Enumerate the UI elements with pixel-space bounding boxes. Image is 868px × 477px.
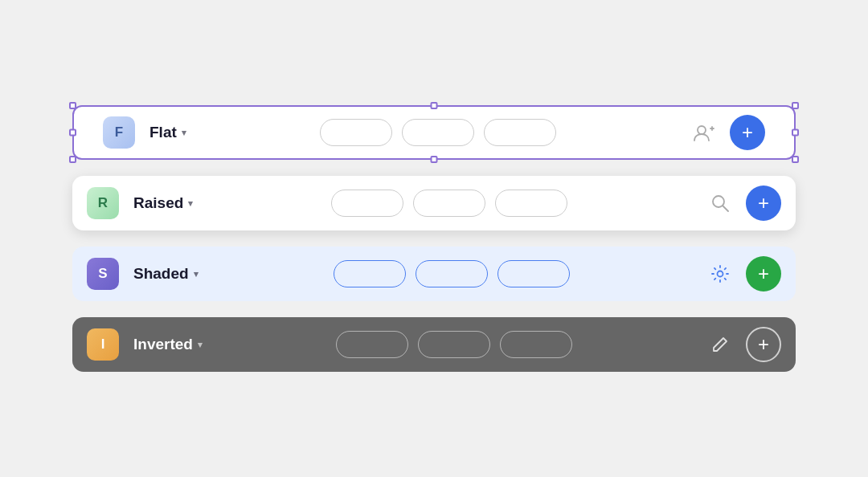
handle-bl[interactable] [69, 156, 76, 163]
pill-3[interactable] [484, 119, 556, 146]
pill-1[interactable] [334, 260, 406, 287]
avatar-flat: F [103, 116, 135, 149]
right-actions-shaded: + [706, 256, 781, 292]
pills-flat [201, 119, 675, 146]
svg-line-4 [723, 206, 728, 211]
row-title-flat[interactable]: Flat ▾ [149, 124, 186, 141]
chevron-down-icon: ▾ [182, 128, 186, 138]
pill-3[interactable] [495, 190, 567, 217]
avatar-inverted: I [87, 328, 119, 361]
navbar-raised: R Raised ▾ + [72, 176, 796, 230]
handle-tm[interactable] [431, 102, 438, 109]
plus-button-flat[interactable]: + [730, 115, 765, 150]
pill-1[interactable] [320, 119, 392, 146]
svg-point-0 [698, 126, 706, 134]
plus-button-shaded[interactable]: + [746, 256, 781, 292]
handle-mr[interactable] [792, 129, 799, 137]
navbar-variants-container: F Flat ▾ + R [72, 105, 796, 372]
right-actions-raised: + [706, 186, 781, 221]
pill-2[interactable] [416, 260, 488, 287]
handle-bm[interactable] [431, 156, 438, 163]
plus-button-raised[interactable]: + [746, 186, 781, 221]
handle-tl[interactable] [69, 102, 76, 109]
svg-point-5 [718, 271, 723, 277]
right-actions-flat: + [690, 115, 765, 150]
row-title-raised[interactable]: Raised ▾ [133, 194, 193, 212]
navbar-inverted: I Inverted ▾ + [72, 317, 796, 372]
pills-inverted [217, 331, 691, 358]
handle-br[interactable] [792, 156, 799, 163]
pill-2[interactable] [402, 119, 474, 146]
handle-tr[interactable] [792, 102, 799, 109]
pills-shaded [213, 260, 691, 287]
pill-3[interactable] [500, 331, 572, 358]
pill-3[interactable] [497, 260, 570, 287]
pill-1[interactable] [336, 331, 408, 358]
gear-icon[interactable] [706, 259, 735, 288]
pills-raised [207, 190, 691, 217]
navbar-shaded: S Shaded ▾ + [72, 247, 796, 301]
pill-2[interactable] [413, 190, 485, 217]
pencil-icon[interactable] [706, 330, 735, 359]
chevron-down-icon: ▾ [198, 340, 203, 350]
row-title-inverted[interactable]: Inverted ▾ [133, 336, 203, 353]
handle-ml[interactable] [69, 129, 76, 137]
pill-1[interactable] [331, 190, 403, 217]
plus-button-inverted[interactable]: + [746, 327, 781, 362]
right-actions-inverted: + [706, 327, 781, 362]
add-user-icon[interactable] [690, 118, 719, 147]
chevron-down-icon: ▾ [194, 269, 199, 279]
chevron-down-icon: ▾ [188, 198, 193, 209]
search-icon[interactable] [706, 189, 735, 218]
avatar-raised: R [87, 187, 119, 219]
pill-2[interactable] [418, 331, 490, 358]
row-title-shaded[interactable]: Shaded ▾ [133, 265, 199, 283]
avatar-shaded: S [87, 258, 119, 290]
navbar-flat: F Flat ▾ + [72, 105, 796, 160]
